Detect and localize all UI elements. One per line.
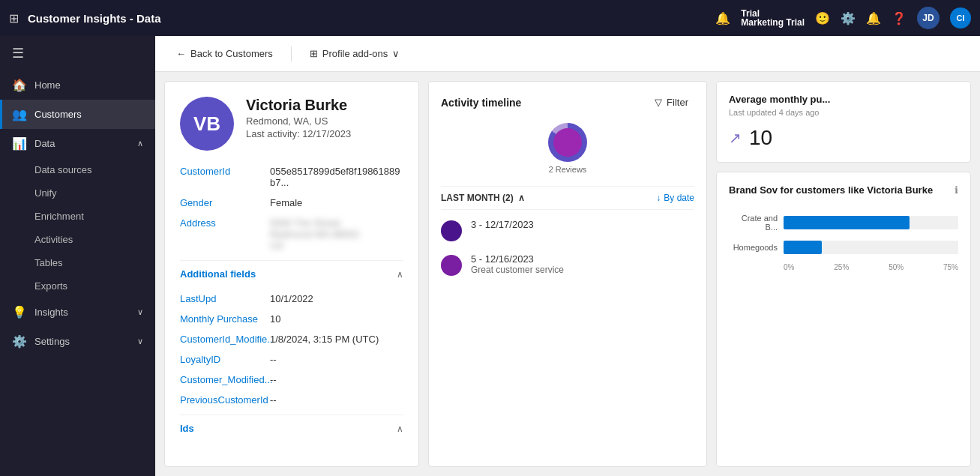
avg-monthly-value: ↗ 10 — [729, 126, 958, 150]
field-value: -- — [270, 374, 277, 385]
help-icon[interactable]: ❓ — [892, 11, 907, 25]
insights-icon: 💡 — [12, 305, 27, 319]
sidebar-label-unify: Unify — [34, 187, 57, 199]
month-label: LAST MONTH (2) ∧ — [441, 193, 525, 203]
field-value: 1/8/2024, 3:15 PM (UTC) — [270, 334, 379, 345]
trend-up-icon: ↗ — [729, 129, 742, 147]
profile-addons-button[interactable]: ⊞ Profile add-ons ∨ — [304, 43, 406, 64]
brand-panel: Brand Sov for customers like Victoria Bu… — [716, 172, 971, 467]
bar-axis: 0%25%50%75% — [729, 263, 958, 271]
main-layout: ☰ 🏠 Home 👥 Customers 📊 Data ∧ Data sourc… — [0, 36, 980, 476]
back-to-customers-button[interactable]: ← Back to Customers — [170, 43, 279, 64]
topbar: ⊞ Customer Insights - Data 🔔 Trial Marke… — [0, 0, 980, 36]
notification-bell-icon[interactable]: 🔔 — [715, 11, 730, 25]
field-value: 10 — [270, 313, 280, 325]
bar-row: Homegoods — [729, 241, 958, 254]
activity-dot — [441, 255, 462, 276]
activity-date: 5 - 12/16/2023 — [471, 253, 564, 265]
profile-header: VB Victoria Burke Redmond, WA, US Last a… — [180, 97, 403, 151]
additional-field-row: Customer_Modified...-- — [180, 374, 403, 385]
hamburger-menu[interactable]: ☰ — [0, 36, 155, 70]
bar-row: Crate and B... — [729, 214, 958, 232]
sidebar-label-data-sources: Data sources — [34, 164, 92, 175]
data-chevron-icon: ∧ — [137, 139, 143, 148]
sidebar-item-unify[interactable]: Unify — [0, 181, 155, 205]
month-chevron-icon[interactable]: ∧ — [518, 193, 525, 203]
sidebar-item-data[interactable]: 📊 Data ∧ — [0, 129, 155, 158]
topbar-right: 🔔 Trial Marketing Trial 🙂 ⚙️ 🔔 ❓ JD CI — [715, 7, 971, 29]
settings-icon: ⚙️ — [12, 334, 27, 349]
activity-desc: Great customer service — [471, 265, 564, 275]
info-icon[interactable]: ℹ — [955, 184, 958, 196]
activity-content: 3 - 12/17/2023 — [471, 219, 534, 230]
activity-items-list: 3 - 12/17/2023 5 - 12/16/2023 Great cust… — [441, 219, 694, 276]
sidebar-item-exports[interactable]: Exports — [0, 274, 155, 298]
field-value: -- — [270, 394, 277, 406]
month-filter: LAST MONTH (2) ∧ ↓ By date — [441, 186, 694, 210]
sidebar-label-enrichment: Enrichment — [34, 211, 84, 222]
additional-fields-toggle[interactable]: ∧ — [397, 269, 403, 280]
filter-icon: ▽ — [655, 97, 662, 108]
ids-label: Ids — [180, 423, 194, 434]
sidebar-item-home[interactable]: 🏠 Home — [0, 70, 155, 100]
bar-fill — [784, 241, 822, 254]
sidebar-item-customers[interactable]: 👥 Customers — [0, 100, 155, 129]
avatar: VB — [180, 97, 234, 151]
last-activity: Last activity: 12/17/2023 — [246, 128, 351, 139]
review-circle — [548, 123, 587, 162]
content-area: ← Back to Customers ⊞ Profile add-ons ∨ … — [155, 36, 980, 476]
sidebar-item-settings[interactable]: ⚙️ Settings ∨ — [0, 327, 155, 356]
address-row: Address 5000 The Street,Redmond WA 98052… — [180, 217, 403, 251]
emoji-icon[interactable]: 🙂 — [815, 11, 830, 25]
additional-fields-list: LastUpd10/1/2022Monthly Purchase10Custom… — [180, 293, 403, 406]
sidebar-label-tables: Tables — [34, 257, 63, 268]
sidebar-label-home: Home — [34, 79, 61, 91]
sort-icon: ↓ — [656, 193, 661, 203]
profile-card: VB Victoria Burke Redmond, WA, US Last a… — [164, 81, 419, 467]
sidebar-item-activities[interactable]: Activities — [0, 228, 155, 251]
gender-value: Female — [270, 197, 302, 208]
additional-field-row: LoyaltyID-- — [180, 354, 403, 365]
avg-monthly-panel: Average monthly pu... Last updated 4 day… — [716, 81, 971, 163]
profile-addons-chevron-icon: ∨ — [392, 48, 400, 59]
sidebar-label-customers: Customers — [34, 109, 82, 120]
review-inner — [553, 128, 582, 157]
sidebar-label-settings: Settings — [34, 336, 70, 347]
bell-icon[interactable]: 🔔 — [866, 11, 881, 25]
by-date-button[interactable]: ↓ By date — [656, 193, 694, 203]
additional-field-row: PreviousCustomerId-- — [180, 394, 403, 406]
sidebar-item-tables[interactable]: Tables — [0, 251, 155, 274]
field-label: PreviousCustomerId — [180, 394, 270, 406]
sidebar-label-exports: Exports — [34, 280, 67, 292]
bar-brand-label: Homegoods — [729, 243, 778, 252]
sub-header: ← Back to Customers ⊞ Profile add-ons ∨ — [155, 36, 980, 72]
profile-info: Victoria Burke Redmond, WA, US Last acti… — [246, 97, 351, 139]
address-value: 5000 The Street,Redmond WA 98052US — [270, 217, 359, 251]
ids-toggle[interactable]: ∧ — [397, 424, 403, 434]
additional-fields-label: Additional fields — [180, 268, 256, 280]
insights-card: Average monthly pu... Last updated 4 day… — [716, 81, 971, 467]
sidebar: ☰ 🏠 Home 👥 Customers 📊 Data ∧ Data sourc… — [0, 36, 155, 476]
activity-header: Activity timeline ▽ Filter — [441, 94, 694, 111]
sidebar-item-enrichment[interactable]: Enrichment — [0, 205, 155, 228]
activity-item: 3 - 12/17/2023 — [441, 219, 694, 241]
bar-fill — [784, 216, 910, 229]
app-title: Customer Insights - Data — [28, 12, 706, 25]
additional-field-row: CustomerId_Modifie...1/8/2024, 3:15 PM (… — [180, 334, 403, 345]
home-icon: 🏠 — [12, 78, 27, 92]
trial-info: Trial Marketing Trial — [741, 9, 805, 27]
activity-card: Activity timeline ▽ Filter 2 Reviews — [428, 81, 707, 467]
sidebar-item-data-sources[interactable]: Data sources — [0, 158, 155, 181]
grid-icon[interactable]: ⊞ — [9, 11, 19, 25]
field-value: 10/1/2022 — [270, 293, 313, 304]
sidebar-item-insights[interactable]: 💡 Insights ∨ — [0, 298, 155, 327]
customer-name: Victoria Burke — [246, 97, 351, 114]
gear-icon[interactable]: ⚙️ — [841, 11, 856, 25]
customer-id-row: CustomerId 055e8517899d5ef8f19861889b7..… — [180, 166, 403, 188]
user-avatar[interactable]: JD — [917, 7, 940, 29]
axis-label: 75% — [943, 263, 958, 271]
customers-icon: 👥 — [12, 107, 27, 121]
field-value: -- — [270, 354, 277, 365]
settings-chevron-icon: ∨ — [137, 337, 143, 346]
filter-button[interactable]: ▽ Filter — [649, 94, 694, 111]
